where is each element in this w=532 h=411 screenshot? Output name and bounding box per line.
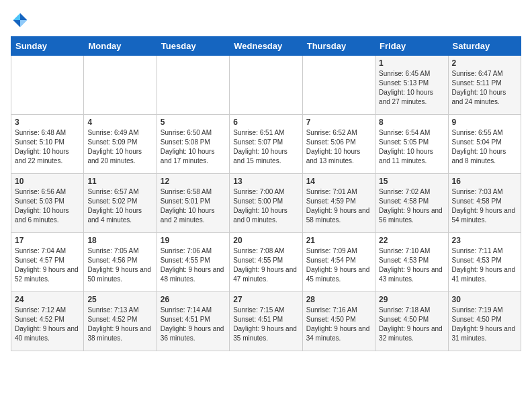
day-content: Sunrise: 7:03 AM Sunset: 4:58 PM Dayligh… — [452, 187, 517, 225]
day-number: 19 — [161, 236, 226, 245]
calendar: SundayMondayTuesdayWednesdayThursdayFrid… — [11, 36, 521, 351]
day-content: Sunrise: 6:49 AM Sunset: 5:09 PM Dayligh… — [87, 128, 152, 166]
day-number: 14 — [306, 177, 371, 186]
day-content: Sunrise: 7:13 AM Sunset: 4:52 PM Dayligh… — [87, 306, 152, 343]
calendar-cell: 25Sunrise: 7:13 AM Sunset: 4:52 PM Dayli… — [84, 292, 157, 351]
day-number: 22 — [379, 236, 444, 245]
calendar-cell — [157, 56, 229, 115]
calendar-cell: 4Sunrise: 6:49 AM Sunset: 5:09 PM Daylig… — [84, 115, 157, 174]
calendar-cell: 19Sunrise: 7:06 AM Sunset: 4:55 PM Dayli… — [157, 233, 229, 292]
calendar-cell — [84, 56, 157, 115]
day-content: Sunrise: 6:54 AM Sunset: 5:05 PM Dayligh… — [379, 128, 444, 166]
calendar-cell: 6Sunrise: 6:51 AM Sunset: 5:07 PM Daylig… — [230, 115, 302, 174]
calendar-header-row: SundayMondayTuesdayWednesdayThursdayFrid… — [11, 37, 521, 56]
day-content: Sunrise: 7:10 AM Sunset: 4:53 PM Dayligh… — [379, 246, 444, 284]
day-content: Sunrise: 7:00 AM Sunset: 5:00 PM Dayligh… — [233, 187, 298, 225]
calendar-header-thursday: Thursday — [302, 37, 375, 56]
calendar-cell: 8Sunrise: 6:54 AM Sunset: 5:05 PM Daylig… — [375, 115, 448, 174]
day-content: Sunrise: 7:01 AM Sunset: 4:59 PM Dayligh… — [306, 187, 371, 225]
calendar-cell: 20Sunrise: 7:08 AM Sunset: 4:55 PM Dayli… — [230, 233, 302, 292]
svg-marker-1 — [13, 13, 21, 21]
day-content: Sunrise: 7:06 AM Sunset: 4:55 PM Dayligh… — [161, 246, 226, 284]
day-content: Sunrise: 7:04 AM Sunset: 4:57 PM Dayligh… — [15, 246, 80, 284]
calendar-week-1: 1Sunrise: 6:45 AM Sunset: 5:13 PM Daylig… — [11, 56, 521, 115]
day-content: Sunrise: 6:55 AM Sunset: 5:04 PM Dayligh… — [452, 128, 517, 166]
calendar-cell — [302, 56, 375, 115]
day-number: 12 — [161, 177, 226, 186]
day-content: Sunrise: 7:19 AM Sunset: 4:50 PM Dayligh… — [452, 306, 517, 343]
calendar-week-5: 24Sunrise: 7:12 AM Sunset: 4:52 PM Dayli… — [11, 292, 521, 351]
calendar-cell: 2Sunrise: 6:47 AM Sunset: 5:11 PM Daylig… — [448, 56, 521, 115]
calendar-header-wednesday: Wednesday — [230, 37, 302, 56]
day-content: Sunrise: 7:05 AM Sunset: 4:56 PM Dayligh… — [87, 246, 152, 284]
day-content: Sunrise: 6:50 AM Sunset: 5:08 PM Dayligh… — [161, 128, 226, 166]
day-content: Sunrise: 6:48 AM Sunset: 5:10 PM Dayligh… — [15, 128, 80, 166]
day-content: Sunrise: 7:02 AM Sunset: 4:58 PM Dayligh… — [379, 187, 444, 225]
day-content: Sunrise: 7:18 AM Sunset: 4:50 PM Dayligh… — [379, 306, 444, 343]
day-number: 4 — [87, 118, 152, 127]
day-number: 18 — [87, 236, 152, 245]
day-content: Sunrise: 7:09 AM Sunset: 4:54 PM Dayligh… — [306, 246, 371, 284]
calendar-cell: 24Sunrise: 7:12 AM Sunset: 4:52 PM Dayli… — [11, 292, 84, 351]
day-content: Sunrise: 6:58 AM Sunset: 5:01 PM Dayligh… — [161, 187, 226, 225]
calendar-week-4: 17Sunrise: 7:04 AM Sunset: 4:57 PM Dayli… — [11, 233, 521, 292]
day-content: Sunrise: 7:11 AM Sunset: 4:53 PM Dayligh… — [452, 246, 517, 284]
day-content: Sunrise: 6:51 AM Sunset: 5:07 PM Dayligh… — [233, 128, 298, 166]
calendar-cell: 11Sunrise: 6:57 AM Sunset: 5:02 PM Dayli… — [84, 174, 157, 233]
day-number: 13 — [233, 177, 298, 186]
day-number: 23 — [452, 236, 517, 245]
day-content: Sunrise: 7:15 AM Sunset: 4:51 PM Dayligh… — [233, 306, 298, 343]
day-content: Sunrise: 6:52 AM Sunset: 5:06 PM Dayligh… — [306, 128, 371, 166]
calendar-header-tuesday: Tuesday — [157, 37, 229, 56]
day-number: 30 — [452, 295, 517, 304]
calendar-week-2: 3Sunrise: 6:48 AM Sunset: 5:10 PM Daylig… — [11, 115, 521, 174]
day-number: 20 — [233, 236, 298, 245]
day-content: Sunrise: 6:45 AM Sunset: 5:13 PM Dayligh… — [379, 69, 444, 107]
day-number: 2 — [452, 58, 517, 68]
calendar-cell: 10Sunrise: 6:56 AM Sunset: 5:03 PM Dayli… — [11, 174, 84, 233]
calendar-cell: 29Sunrise: 7:18 AM Sunset: 4:50 PM Dayli… — [375, 292, 448, 351]
calendar-cell — [11, 56, 84, 115]
calendar-cell: 7Sunrise: 6:52 AM Sunset: 5:06 PM Daylig… — [302, 115, 375, 174]
calendar-cell: 21Sunrise: 7:09 AM Sunset: 4:54 PM Dayli… — [302, 233, 375, 292]
day-number: 15 — [379, 177, 444, 186]
calendar-cell: 9Sunrise: 6:55 AM Sunset: 5:04 PM Daylig… — [448, 115, 521, 174]
day-number: 5 — [161, 118, 226, 127]
calendar-cell: 28Sunrise: 7:16 AM Sunset: 4:50 PM Dayli… — [302, 292, 375, 351]
day-content: Sunrise: 6:56 AM Sunset: 5:03 PM Dayligh… — [15, 187, 80, 225]
day-content: Sunrise: 6:47 AM Sunset: 5:11 PM Dayligh… — [452, 69, 517, 107]
calendar-cell: 12Sunrise: 6:58 AM Sunset: 5:01 PM Dayli… — [157, 174, 229, 233]
day-number: 6 — [233, 118, 298, 127]
logo — [11, 11, 32, 30]
calendar-cell: 15Sunrise: 7:02 AM Sunset: 4:58 PM Dayli… — [375, 174, 448, 233]
calendar-cell: 3Sunrise: 6:48 AM Sunset: 5:10 PM Daylig… — [11, 115, 84, 174]
svg-marker-2 — [13, 20, 21, 28]
day-number: 24 — [15, 295, 80, 304]
calendar-cell: 27Sunrise: 7:15 AM Sunset: 4:51 PM Dayli… — [230, 292, 302, 351]
logo-icon — [11, 11, 30, 30]
calendar-cell: 23Sunrise: 7:11 AM Sunset: 4:53 PM Dayli… — [448, 233, 521, 292]
calendar-header-saturday: Saturday — [448, 37, 521, 56]
day-number: 17 — [15, 236, 80, 245]
calendar-cell: 1Sunrise: 6:45 AM Sunset: 5:13 PM Daylig… — [375, 56, 448, 115]
day-number: 10 — [15, 177, 80, 186]
svg-marker-3 — [20, 20, 28, 28]
day-number: 25 — [87, 295, 152, 304]
calendar-cell: 22Sunrise: 7:10 AM Sunset: 4:53 PM Dayli… — [375, 233, 448, 292]
day-number: 8 — [379, 118, 444, 127]
day-number: 28 — [306, 295, 371, 304]
day-number: 1 — [379, 58, 444, 68]
calendar-header-monday: Monday — [84, 37, 157, 56]
calendar-cell: 13Sunrise: 7:00 AM Sunset: 5:00 PM Dayli… — [230, 174, 302, 233]
calendar-cell: 5Sunrise: 6:50 AM Sunset: 5:08 PM Daylig… — [157, 115, 229, 174]
day-number: 29 — [379, 295, 444, 304]
day-content: Sunrise: 7:08 AM Sunset: 4:55 PM Dayligh… — [233, 246, 298, 284]
calendar-header-friday: Friday — [375, 37, 448, 56]
svg-marker-0 — [20, 13, 28, 21]
day-number: 21 — [306, 236, 371, 245]
calendar-header-sunday: Sunday — [11, 37, 84, 56]
calendar-cell: 14Sunrise: 7:01 AM Sunset: 4:59 PM Dayli… — [302, 174, 375, 233]
day-content: Sunrise: 7:16 AM Sunset: 4:50 PM Dayligh… — [306, 306, 371, 343]
calendar-cell: 17Sunrise: 7:04 AM Sunset: 4:57 PM Dayli… — [11, 233, 84, 292]
calendar-cell — [230, 56, 302, 115]
